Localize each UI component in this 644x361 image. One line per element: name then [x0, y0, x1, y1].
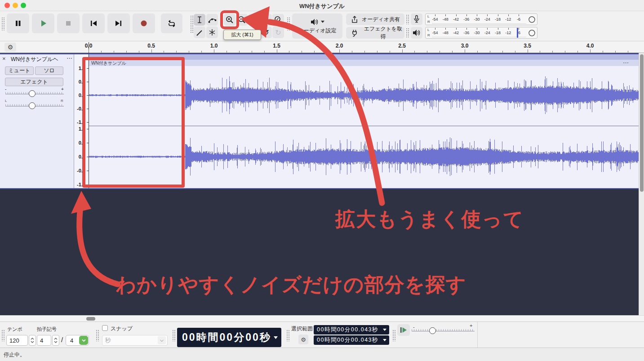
fit-project-button[interactable] — [260, 14, 272, 26]
timeline-tick — [327, 51, 327, 53]
stop-button[interactable] — [57, 13, 80, 33]
timeline-tick — [515, 51, 515, 53]
meter-baseline — [432, 37, 526, 37]
share-icon — [351, 15, 359, 23]
draw-tool-button[interactable] — [194, 26, 205, 38]
selection-options-button[interactable]: ⚙ — [298, 335, 308, 344]
snap-checkbox[interactable] — [102, 325, 108, 331]
meter-scale-value: -48 — [440, 31, 450, 35]
selection-caret-icon[interactable] — [383, 329, 387, 331]
meter-scale-value: -18 — [493, 31, 503, 35]
audio-setup-button[interactable]: オーディオ設定 — [292, 13, 342, 39]
dropdown-caret-icon — [321, 21, 325, 23]
clip-menu-icon[interactable]: ⋯ — [623, 59, 629, 66]
meter-scale-value: -54 — [430, 17, 440, 22]
play-at-speed-button[interactable] — [397, 324, 410, 336]
timesig-lower-select[interactable]: 4 — [66, 335, 89, 346]
track-name[interactable]: WN付きサンプルヘ — [11, 56, 64, 63]
meter-options-icon[interactable] — [528, 29, 536, 37]
record-button[interactable] — [133, 13, 155, 33]
loop-button[interactable] — [161, 13, 182, 33]
timesig-lower-value: 4 — [70, 337, 73, 344]
vertical-scrollbar[interactable] — [639, 53, 644, 315]
stop-icon — [63, 18, 74, 29]
fit-project-icon — [261, 15, 271, 25]
timeline-tick — [352, 51, 352, 53]
meter-scale-tick — [477, 28, 477, 30]
playback-meter-speaker-button[interactable] — [411, 27, 422, 39]
time-toolbar-grip[interactable] — [172, 330, 175, 341]
selection-tool-button[interactable] — [194, 14, 205, 26]
timeline-tick — [364, 51, 365, 53]
play-at-speed-grip[interactable] — [392, 330, 395, 341]
timeline-tick — [252, 51, 252, 53]
selection-start-field[interactable]: 00時間00分00.043秒 — [314, 325, 389, 335]
pause-icon — [13, 18, 23, 29]
tempo-value: 120 — [9, 337, 19, 344]
skip-to-end-button[interactable] — [107, 13, 130, 33]
mute-button[interactable]: ミュート — [5, 66, 34, 75]
track-effects-button[interactable]: エフェクト — [5, 78, 63, 86]
selection-end-field[interactable]: 00時間00分00.043秒 — [314, 335, 389, 345]
snapping-toolbar-grip[interactable] — [96, 330, 99, 341]
gain-slider-knob[interactable] — [29, 90, 36, 97]
timeline-tick — [402, 49, 403, 53]
timeline-tick — [414, 51, 415, 53]
timeline-label: 0.0 — [82, 43, 95, 49]
meter-options-icon[interactable] — [528, 16, 536, 23]
timesig-upper-input[interactable]: 4 — [37, 335, 51, 346]
select-chevron-icon — [79, 336, 88, 345]
timeline-ruler[interactable]: ⚙ 0.00.51.01.52.02.53.03.54.0 — [0, 41, 644, 53]
selection-toolbar-grip[interactable] — [286, 330, 289, 341]
playback-meter-grip[interactable] — [406, 28, 409, 38]
time-display[interactable]: 00時間00分00秒 — [177, 328, 281, 347]
envelope-tool-button[interactable] — [206, 14, 218, 26]
meter-scale-tick — [487, 14, 488, 16]
fit-selection-button[interactable] — [248, 14, 260, 26]
annotation-noise-note: わかりやすくノイズだけの部分を探す — [116, 272, 466, 298]
recording-meter[interactable]: L R -54-48-42-36-30-24-18-12-6 — [425, 13, 537, 25]
play-speed-slider-knob[interactable] — [429, 327, 436, 334]
selection-caret-icon[interactable] — [383, 339, 387, 342]
fit-selection-icon — [249, 15, 259, 25]
tempo-input[interactable]: 120 — [6, 335, 28, 346]
skip-to-start-button[interactable] — [82, 13, 105, 33]
play-at-speed-icon — [400, 326, 408, 334]
redo-button[interactable]: ↻ — [272, 26, 284, 38]
pan-slider-knob[interactable] — [29, 102, 36, 109]
combo-chevron-icon[interactable] — [158, 336, 166, 344]
transport-toolbar-grip[interactable] — [1, 17, 4, 31]
horizontal-scrollbar-thumb[interactable] — [86, 317, 95, 321]
track-menu-button[interactable]: ⋯ — [67, 55, 72, 62]
recording-meter-grip[interactable] — [406, 14, 409, 24]
tools-toolbar-grip[interactable] — [190, 15, 193, 33]
track-close-button[interactable]: × — [2, 55, 6, 62]
selection-tool-icon — [195, 15, 204, 25]
share-audio-button[interactable]: オーディオ共有 — [346, 13, 404, 25]
timeline-options-button[interactable]: ⚙ — [4, 43, 16, 52]
timeline-label: 4.0 — [584, 43, 596, 49]
time-signature-toolbar-grip[interactable] — [1, 330, 4, 341]
time-display-caret-icon[interactable] — [274, 336, 278, 339]
pause-button[interactable] — [7, 13, 29, 33]
vertical-scrollbar-thumb[interactable] — [640, 54, 644, 192]
playback-meter[interactable]: L R -54-48-42-36-30-24-18-12-6 — [425, 27, 537, 39]
solo-button[interactable]: ソロ — [35, 66, 63, 75]
play-speed-slider[interactable] — [412, 329, 475, 331]
timesig-stepper[interactable] — [52, 335, 59, 346]
get-effects-button[interactable]: エフェクトを取得 — [346, 27, 404, 39]
play-button[interactable] — [32, 13, 54, 33]
timeline-tick — [603, 51, 603, 53]
tempo-stepper[interactable] — [29, 335, 36, 346]
snap-unit-combo[interactable]: 秒 — [102, 335, 168, 346]
timeline-tick — [126, 51, 127, 53]
meter-scale-tick — [487, 28, 488, 30]
horizontal-scrollbar[interactable] — [0, 315, 644, 321]
audio-setup-toolbar-grip[interactable] — [287, 17, 290, 31]
zoom-toggle-button[interactable] — [272, 14, 284, 26]
multi-tool-button[interactable] — [206, 26, 218, 38]
meter-scale-tick — [508, 14, 509, 16]
record-meter-mic-button[interactable] — [411, 13, 422, 25]
effects-label: エフェクト — [20, 78, 48, 86]
undo-button[interactable]: ↺ — [260, 26, 272, 38]
